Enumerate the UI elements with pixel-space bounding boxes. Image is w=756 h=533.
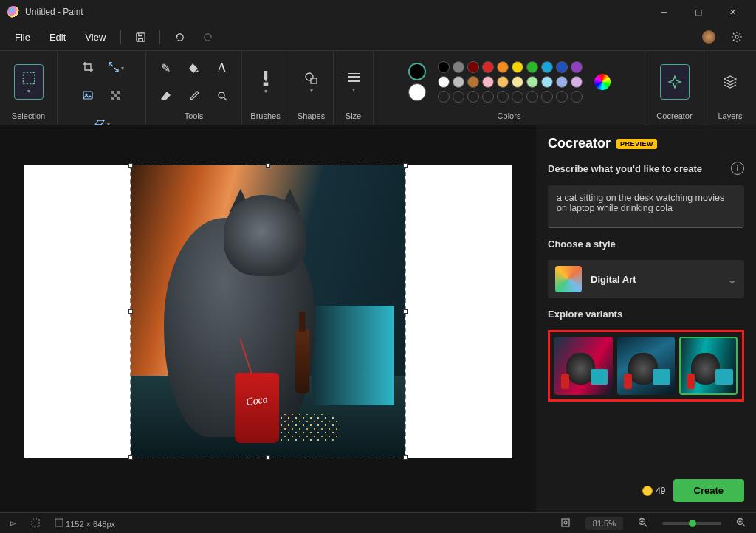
window-title: Untitled - Paint (25, 7, 648, 17)
paint-canvas[interactable]: Coca (24, 165, 512, 458)
pencil-tool[interactable]: ✎ (154, 56, 178, 80)
color-swatch[interactable] (467, 91, 479, 103)
resize-tool[interactable]: ▾ (104, 55, 128, 79)
color-swatch[interactable] (512, 91, 523, 103)
variants-container (548, 330, 744, 402)
svg-point-19 (564, 521, 567, 524)
image-tool[interactable] (76, 83, 100, 107)
svg-rect-13 (348, 73, 360, 74)
zoom-value[interactable]: 81.5% (585, 517, 623, 530)
svg-rect-2 (23, 72, 34, 83)
fill-tool[interactable] (182, 56, 206, 80)
color-swatch[interactable] (571, 61, 583, 73)
brushes-tool[interactable]: ▾ (251, 64, 281, 100)
settings-icon[interactable] (725, 27, 749, 47)
cursor-tool-icon[interactable]: ▻ (10, 518, 16, 528)
select-tool[interactable]: ▾ (14, 64, 44, 100)
divider (120, 30, 121, 44)
color-swatch[interactable] (497, 91, 509, 103)
generated-image: Coca (131, 165, 405, 458)
color-swatch[interactable] (482, 76, 494, 88)
credits-display: 49 (642, 486, 665, 496)
svg-point-11 (306, 73, 313, 80)
variant-1[interactable] (554, 337, 613, 395)
style-name: Digital Art (591, 274, 718, 285)
zoom-out-icon[interactable] (638, 517, 647, 529)
color-swatch[interactable] (526, 76, 538, 88)
menubar: File Edit View (0, 24, 756, 50)
prompt-input[interactable] (548, 185, 744, 228)
menu-file[interactable]: File (7, 27, 38, 47)
color-swatch[interactable] (541, 91, 553, 103)
color-swatch[interactable] (438, 91, 450, 103)
eraser-tool[interactable] (154, 84, 178, 108)
group-label-layers: Layers (718, 109, 742, 123)
minimize-button[interactable]: ─ (648, 1, 681, 22)
color-swatch[interactable] (482, 61, 494, 73)
group-label-colors: Colors (498, 109, 521, 123)
zoom-slider[interactable] (662, 522, 721, 525)
color-swatch[interactable] (497, 76, 509, 88)
color-swatch[interactable] (571, 76, 583, 88)
color-swatch[interactable] (541, 61, 553, 73)
color-swatch[interactable] (556, 91, 568, 103)
menu-edit[interactable]: Edit (42, 27, 73, 47)
color-swatch[interactable] (556, 76, 568, 88)
svg-rect-5 (111, 91, 114, 94)
layers-button[interactable] (715, 64, 745, 100)
crop-tool[interactable] (76, 55, 100, 79)
fit-screen-icon[interactable] (560, 517, 571, 529)
color-wheel-icon[interactable] (594, 74, 611, 90)
color-swatch[interactable] (467, 76, 479, 88)
zoom-tool[interactable] (210, 84, 234, 108)
svg-rect-14 (348, 76, 360, 78)
color-swatch[interactable] (526, 91, 538, 103)
size-tool[interactable]: ▾ (339, 64, 368, 100)
background-color[interactable] (408, 83, 426, 101)
color-swatch[interactable] (438, 61, 450, 73)
cocreator-button[interactable] (660, 64, 690, 100)
variant-2[interactable] (617, 337, 676, 395)
picker-tool[interactable] (182, 84, 206, 108)
maximize-button[interactable]: ▢ (682, 1, 715, 22)
zoom-in-icon[interactable] (736, 517, 746, 529)
info-icon[interactable]: i (731, 162, 744, 175)
variant-3[interactable] (679, 337, 738, 395)
explore-variants-label: Explore variants (548, 309, 744, 320)
user-avatar-icon[interactable] (697, 27, 721, 47)
coin-icon (642, 486, 653, 496)
color-swatch[interactable] (453, 61, 464, 73)
color-swatch[interactable] (497, 61, 509, 73)
ribbon: ▾ Selection ▾ ▾ Image ✎ A Tools ▾ Brushe… (0, 50, 756, 125)
color-swatch[interactable] (482, 91, 494, 103)
undo-icon[interactable] (168, 27, 191, 47)
color-swatch[interactable] (556, 61, 568, 73)
close-button[interactable]: ✕ (716, 1, 749, 22)
selection-rect[interactable]: Coca (131, 165, 405, 458)
color-swatch[interactable] (438, 76, 450, 88)
color-swatch[interactable] (541, 76, 553, 88)
color-swatch[interactable] (571, 91, 583, 103)
save-icon[interactable] (128, 27, 152, 47)
style-dropdown[interactable]: Digital Art ⌄ (548, 260, 744, 298)
svg-rect-18 (562, 519, 569, 526)
foreground-color[interactable] (408, 63, 426, 80)
svg-rect-3 (83, 92, 92, 99)
preview-badge: PREVIEW (616, 139, 657, 149)
color-swatch[interactable] (512, 76, 523, 88)
color-swatch[interactable] (453, 76, 464, 88)
menu-view[interactable]: View (78, 27, 113, 47)
text-tool[interactable]: A (210, 56, 234, 80)
create-button[interactable]: Create (673, 479, 744, 502)
color-swatch[interactable] (512, 61, 523, 73)
group-label-shapes: Shapes (298, 109, 325, 123)
shapes-tool[interactable]: ▾ (297, 64, 326, 100)
color-swatch[interactable] (526, 61, 538, 73)
paint-app-icon (7, 6, 19, 18)
svg-rect-0 (137, 32, 145, 41)
transparency-tool[interactable] (104, 83, 128, 107)
color-swatch[interactable] (467, 61, 479, 73)
canvas-viewport[interactable]: Coca (0, 125, 536, 512)
color-swatch[interactable] (453, 91, 464, 103)
redo-icon[interactable] (196, 27, 219, 47)
